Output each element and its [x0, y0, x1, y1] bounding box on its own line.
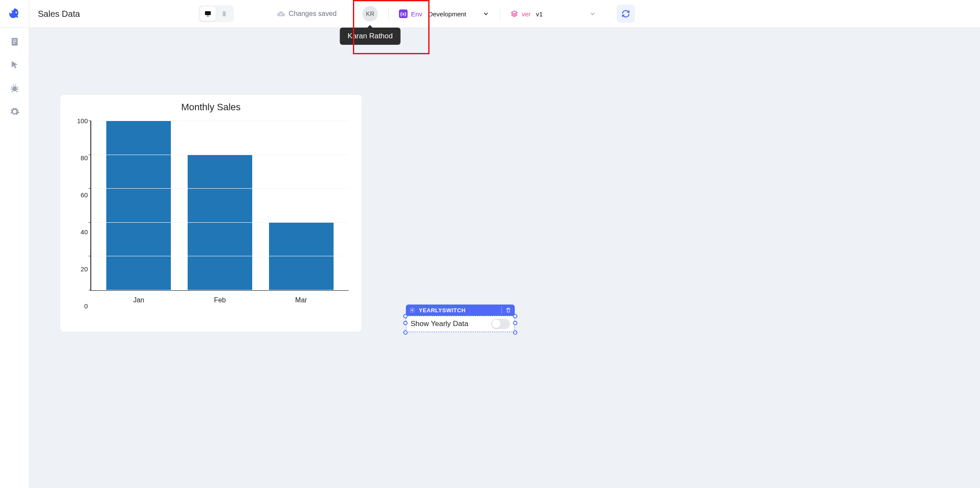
grid-line: [91, 188, 349, 189]
svg-rect-0: [205, 11, 211, 15]
y-tick-label: 0: [72, 302, 88, 310]
env-label: Env: [411, 10, 422, 18]
grid-line: [91, 155, 349, 155]
y-tick-mark: [89, 155, 91, 155]
svg-point-8: [411, 309, 413, 311]
bar: [106, 121, 171, 290]
y-tick-mark: [89, 222, 91, 223]
canvas[interactable]: Monthly Sales JanFebMar 020406080100 YEA…: [29, 28, 980, 488]
y-tick-label: 20: [72, 265, 88, 273]
trash-icon[interactable]: [505, 307, 511, 313]
refresh-icon: [621, 9, 630, 18]
ver-label: ver: [522, 10, 531, 18]
y-tick-mark: [89, 121, 91, 121]
x-tick-label: Jan: [106, 296, 171, 304]
y-tick-label: 80: [72, 154, 88, 162]
chart-card[interactable]: Monthly Sales JanFebMar 020406080100: [60, 95, 362, 332]
svg-rect-6: [13, 43, 15, 44]
logo[interactable]: [0, 0, 29, 28]
y-tick-mark: [89, 256, 91, 256]
svg-rect-4: [13, 40, 16, 40]
grid-line: [91, 121, 349, 121]
env-selector[interactable]: {x} Env Development: [399, 9, 489, 18]
grid-line: [91, 256, 349, 256]
env-badge-icon: {x}: [399, 9, 408, 18]
version-selector[interactable]: ver v1: [510, 10, 596, 18]
toggle-switch[interactable]: [491, 319, 510, 329]
divider: [388, 8, 389, 20]
chevron-down-icon: [589, 10, 596, 17]
avatar-container: KR Karan Rathod: [362, 6, 378, 22]
widget-body: Show Yearly Data: [406, 316, 515, 332]
resize-handle[interactable]: [513, 314, 517, 318]
resize-handle[interactable]: [513, 330, 517, 335]
resize-handle[interactable]: [403, 321, 408, 325]
mobile-icon: [221, 10, 227, 18]
chevron-down-icon: [482, 10, 489, 17]
resize-handle[interactable]: [403, 330, 408, 335]
env-value: Development: [428, 10, 466, 18]
avatar[interactable]: KR: [362, 6, 378, 22]
grid-line: [91, 222, 349, 223]
switch-label: Show Yearly Data: [411, 320, 468, 328]
svg-rect-1: [207, 16, 209, 17]
cursor-icon[interactable]: [9, 60, 20, 70]
y-tick-label: 40: [72, 228, 88, 236]
ver-value: v1: [536, 10, 543, 18]
bug-icon[interactable]: [9, 83, 20, 93]
widget-header[interactable]: YEARLYSWITCH: [406, 305, 515, 316]
chart-plot: [91, 121, 349, 290]
device-toggle: [198, 5, 234, 22]
widget-name: YEARLYSWITCH: [419, 307, 466, 314]
chart-area: JanFebMar 020406080100: [90, 121, 349, 306]
save-status: Changes saved: [277, 9, 337, 18]
svg-point-7: [12, 86, 17, 91]
x-tick-label: Mar: [269, 296, 334, 304]
gear-icon[interactable]: [9, 106, 20, 117]
app-title: Sales Data: [38, 9, 80, 19]
y-tick-label: 60: [72, 191, 88, 199]
monitor-icon: [204, 10, 212, 18]
mobile-view-button[interactable]: [216, 7, 232, 21]
refresh-button[interactable]: [617, 5, 635, 23]
y-tick-mark: [89, 290, 91, 290]
svg-rect-2: [223, 11, 226, 16]
header: Sales Data Changes saved KR Karan Rathod…: [29, 0, 980, 28]
desktop-view-button[interactable]: [200, 7, 216, 21]
y-tick-label: 100: [72, 117, 88, 124]
save-status-text: Changes saved: [289, 10, 337, 18]
x-tick-label: Feb: [188, 296, 252, 304]
sidebar: [0, 28, 29, 488]
page-icon[interactable]: [9, 37, 20, 47]
y-tick-mark: [89, 188, 91, 189]
resize-handle[interactable]: [513, 321, 517, 325]
gear-icon: [409, 307, 415, 313]
grid-line: [91, 290, 349, 290]
layers-icon: [510, 10, 518, 18]
chart-title: Monthly Sales: [69, 102, 353, 113]
svg-rect-5: [13, 41, 16, 42]
resize-handle[interactable]: [403, 314, 408, 318]
rocket-icon: [8, 7, 21, 20]
cloud-check-icon: [277, 9, 285, 18]
divider: [500, 8, 500, 20]
switch-widget-selected[interactable]: YEARLYSWITCH Show Yearly Data: [406, 305, 515, 332]
